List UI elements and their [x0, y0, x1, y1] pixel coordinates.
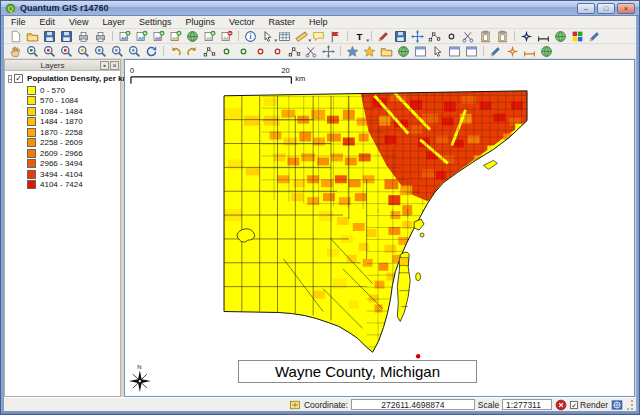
open-project-button[interactable]: [24, 29, 41, 43]
menu-plugins[interactable]: Plugins: [178, 16, 222, 29]
zoom-out-button[interactable]: [41, 44, 58, 58]
simplify-feature-button[interactable]: [201, 44, 218, 58]
add-postgis-layer-button[interactable]: [150, 29, 167, 43]
new-shapefile-layer-button[interactable]: [201, 29, 218, 43]
north-arrow-label: N: [137, 364, 141, 370]
save-edits-button[interactable]: [392, 29, 409, 43]
remove-layer-button[interactable]: [218, 29, 235, 43]
menu-file[interactable]: File: [4, 16, 33, 29]
menu-raster[interactable]: Raster: [261, 16, 302, 29]
render-checkbox[interactable]: ✓: [570, 401, 578, 409]
add-raster-layer-button[interactable]: [133, 29, 150, 43]
stop-rendering-icon[interactable]: [555, 399, 567, 411]
menu-view[interactable]: View: [62, 16, 95, 29]
open-attribute-table-button[interactable]: [276, 29, 293, 43]
minimize-button[interactable]: –: [577, 3, 595, 14]
menu-settings[interactable]: Settings: [132, 16, 179, 29]
new-project-button[interactable]: [7, 29, 24, 43]
compass-button[interactable]: [518, 29, 535, 43]
grass-region-button[interactable]: [412, 44, 429, 58]
show-bookmarks-button[interactable]: [361, 44, 378, 58]
identify-features-button[interactable]: [242, 29, 259, 43]
expander-icon[interactable]: -: [8, 75, 12, 83]
zoom-to-layer-button[interactable]: [92, 44, 109, 58]
menu-layer[interactable]: Layer: [95, 16, 132, 29]
graticule-creator-button[interactable]: [538, 44, 555, 58]
redo-button[interactable]: [184, 44, 201, 58]
new-print-composer-button[interactable]: [75, 29, 92, 43]
north-arrow-decoration-button[interactable]: [504, 44, 521, 58]
save-project-button[interactable]: [41, 29, 58, 43]
layer-name: Population Density, per km^2: [27, 74, 139, 83]
reshape-features-button[interactable]: [286, 44, 303, 58]
merge-features-button[interactable]: [320, 44, 337, 58]
open-project-icon: [26, 30, 39, 43]
resize-grip[interactable]: [626, 399, 634, 411]
copyright-label-button[interactable]: [487, 44, 504, 58]
menu-vector[interactable]: Vector: [222, 16, 262, 29]
add-spatialite-layer-button[interactable]: [167, 29, 184, 43]
scale-value[interactable]: 1:277311: [502, 399, 552, 410]
toolbar-separator: [511, 30, 518, 42]
add-wms-layer-button[interactable]: [184, 29, 201, 43]
new-bookmark-button[interactable]: [344, 44, 361, 58]
refresh-map-button[interactable]: [143, 44, 160, 58]
add-part-button[interactable]: [235, 44, 252, 58]
toolbar-separator: [480, 45, 487, 57]
select-features-button[interactable]: ▾: [259, 29, 276, 43]
raster-tools-button[interactable]: [552, 29, 569, 43]
map-canvas[interactable]: 0 20 km N Wayne County, Michigan: [124, 59, 635, 397]
extents-toggle-icon[interactable]: [289, 399, 301, 411]
delete-ring-button[interactable]: [252, 44, 269, 58]
maximize-button[interactable]: □: [597, 3, 615, 14]
scale-bar-decoration-button[interactable]: [521, 44, 538, 58]
close-button[interactable]: ×: [617, 3, 635, 14]
add-spatialite-layer-icon: [169, 30, 182, 43]
coordinate-value[interactable]: 272611.4698874: [351, 399, 475, 410]
move-annotation-button[interactable]: [429, 44, 446, 58]
capture-point-button[interactable]: [443, 29, 460, 43]
panel-float-button[interactable]: ▪: [100, 61, 109, 70]
grass-open-mapset-button[interactable]: [378, 44, 395, 58]
cut-features-button[interactable]: [460, 29, 477, 43]
zoom-next-button[interactable]: [126, 44, 143, 58]
menu-edit[interactable]: Edit: [33, 16, 63, 29]
add-ring-button[interactable]: [218, 44, 235, 58]
title-bar[interactable]: Q Quantum GIS r14760 – □ ×: [1, 1, 639, 16]
crs-status-icon[interactable]: [611, 399, 623, 411]
zoom-last-button[interactable]: [109, 44, 126, 58]
save-project-as-icon: [60, 30, 73, 43]
measure-line-button[interactable]: [535, 29, 552, 43]
menu-help[interactable]: Help: [302, 16, 335, 29]
color-ramp-icon: [571, 30, 584, 43]
zoom-full-extent-button[interactable]: [58, 44, 75, 58]
split-features-button[interactable]: [303, 44, 320, 58]
grass-tools-button[interactable]: [395, 44, 412, 58]
pan-map-button[interactable]: [7, 44, 24, 58]
move-feature-button[interactable]: [409, 29, 426, 43]
paste-features-button[interactable]: [494, 29, 511, 43]
node-tool-button[interactable]: [426, 29, 443, 43]
undo-button[interactable]: [167, 44, 184, 58]
panel-close-button[interactable]: ×: [110, 61, 119, 70]
color-ramp-button[interactable]: [569, 29, 586, 43]
render-toggle[interactable]: ✓ Render: [570, 400, 608, 410]
composer-window-2-button[interactable]: [463, 44, 480, 58]
copy-features-button[interactable]: [477, 29, 494, 43]
zoom-in-button[interactable]: [24, 44, 41, 58]
save-project-as-button[interactable]: [58, 29, 75, 43]
map-tips-button[interactable]: [310, 29, 327, 43]
zoom-to-selection-button[interactable]: [75, 44, 92, 58]
text-annotation-button[interactable]: [327, 29, 344, 43]
add-vector-layer-button[interactable]: [116, 29, 133, 43]
diagram-overlay-button[interactable]: [586, 29, 603, 43]
toggle-editing-button[interactable]: [375, 29, 392, 43]
delete-part-button[interactable]: [269, 44, 286, 58]
legend-layer-row[interactable]: - ✓ Population Density, per km^2: [5, 71, 120, 85]
label-tool-button[interactable]: ▾: [351, 29, 368, 43]
measure-button[interactable]: ▾: [293, 29, 310, 43]
composer-window-button[interactable]: [446, 44, 463, 58]
layers-panel-header[interactable]: Layers ▪ ×: [5, 60, 120, 71]
composer-manager-button[interactable]: [92, 29, 109, 43]
layer-visibility-checkbox[interactable]: ✓: [14, 74, 23, 83]
